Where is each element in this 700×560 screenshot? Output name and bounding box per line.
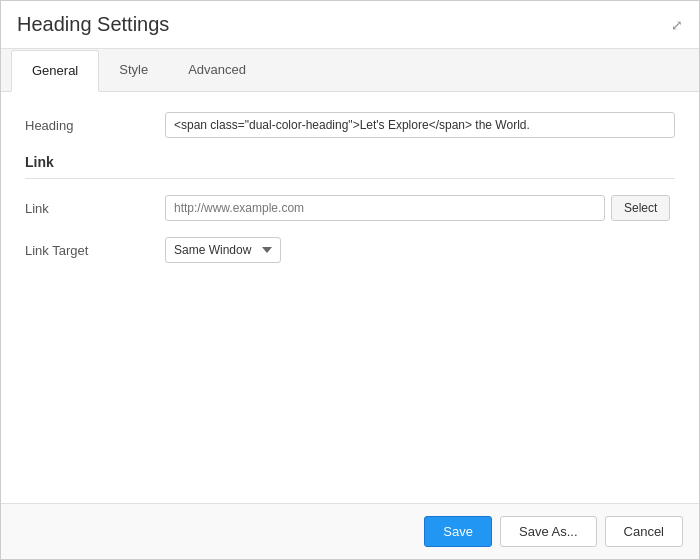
- link-section-divider: [25, 178, 675, 179]
- dialog-header: Heading Settings ⤢: [1, 1, 699, 49]
- save-as-button[interactable]: Save As...: [500, 516, 597, 547]
- dialog-title: Heading Settings: [17, 13, 169, 36]
- heading-control: [165, 112, 675, 138]
- dialog-body: Heading Link Link Select Link Target: [1, 92, 699, 503]
- link-row: Link Select: [25, 195, 675, 221]
- link-target-label: Link Target: [25, 237, 165, 258]
- link-label: Link: [25, 195, 165, 216]
- link-section: Link Link Select Link Target Same Window…: [25, 154, 675, 263]
- dialog-footer: Save Save As... Cancel: [1, 503, 699, 559]
- link-target-select[interactable]: Same Window New Window Lightbox: [165, 237, 281, 263]
- tab-general[interactable]: General: [11, 50, 99, 92]
- link-target-row: Link Target Same Window New Window Light…: [25, 237, 675, 263]
- link-target-control: Same Window New Window Lightbox: [165, 237, 675, 263]
- heading-row: Heading: [25, 112, 675, 138]
- link-input[interactable]: [165, 195, 605, 221]
- save-button[interactable]: Save: [424, 516, 492, 547]
- cancel-button[interactable]: Cancel: [605, 516, 683, 547]
- link-control: Select: [165, 195, 675, 221]
- tab-style[interactable]: Style: [99, 49, 168, 92]
- link-section-title: Link: [25, 154, 675, 170]
- heading-settings-dialog: Heading Settings ⤢ General Style Advance…: [0, 0, 700, 560]
- heading-input[interactable]: [165, 112, 675, 138]
- select-button[interactable]: Select: [611, 195, 670, 221]
- expand-icon[interactable]: ⤢: [671, 17, 683, 33]
- tab-advanced[interactable]: Advanced: [168, 49, 266, 92]
- tabs-bar: General Style Advanced: [1, 49, 699, 92]
- heading-label: Heading: [25, 112, 165, 133]
